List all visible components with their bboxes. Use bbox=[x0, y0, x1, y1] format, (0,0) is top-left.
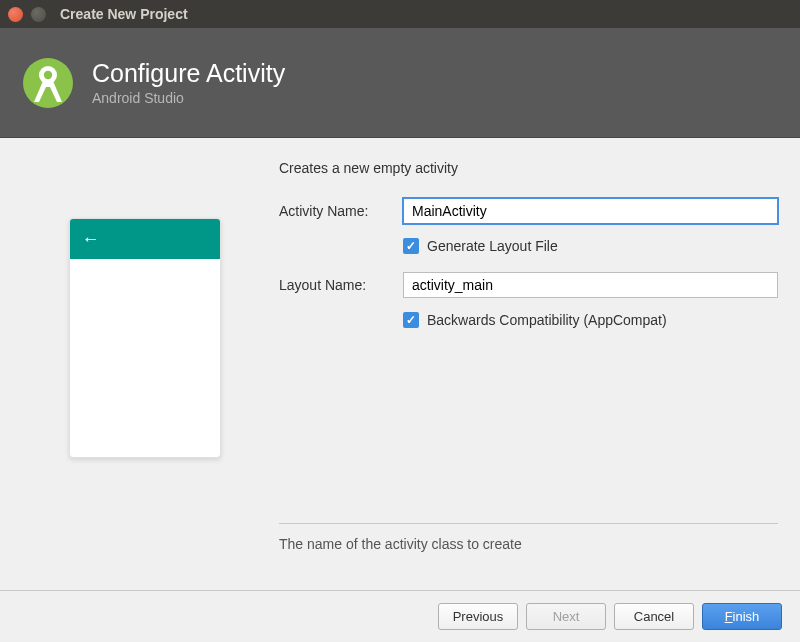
cancel-button[interactable]: Cancel bbox=[614, 603, 694, 630]
previous-button[interactable]: Previous bbox=[438, 603, 518, 630]
phone-appbar: ← bbox=[70, 219, 220, 259]
titlebar: Create New Project bbox=[0, 0, 800, 28]
footer: Previous Next Cancel Finish bbox=[0, 590, 800, 642]
svg-point-2 bbox=[44, 70, 52, 78]
backwards-compat-label: Backwards Compatibility (AppCompat) bbox=[427, 312, 667, 328]
header: Configure Activity Android Studio bbox=[0, 28, 800, 138]
activity-name-input[interactable] bbox=[403, 198, 778, 224]
preview-pane: ← bbox=[22, 160, 267, 562]
android-studio-logo-icon bbox=[22, 57, 74, 109]
generate-layout-checkbox[interactable]: ✓ bbox=[403, 238, 419, 254]
finish-button[interactable]: Finish bbox=[702, 603, 782, 630]
minimize-icon[interactable] bbox=[31, 7, 46, 22]
layout-name-input[interactable] bbox=[403, 272, 778, 298]
close-icon[interactable] bbox=[8, 7, 23, 22]
layout-name-label: Layout Name: bbox=[279, 277, 403, 293]
generate-layout-label: Generate Layout File bbox=[427, 238, 558, 254]
activity-name-label: Activity Name: bbox=[279, 203, 403, 219]
hint-text: The name of the activity class to create bbox=[279, 523, 778, 552]
form-description: Creates a new empty activity bbox=[279, 160, 778, 176]
window-title: Create New Project bbox=[60, 6, 188, 22]
back-arrow-icon: ← bbox=[82, 229, 100, 250]
page-subtitle: Android Studio bbox=[92, 90, 285, 106]
phone-preview: ← bbox=[69, 218, 221, 458]
finish-button-rest: inish bbox=[733, 609, 760, 624]
next-button: Next bbox=[526, 603, 606, 630]
backwards-compat-checkbox[interactable]: ✓ bbox=[403, 312, 419, 328]
page-title: Configure Activity bbox=[92, 59, 285, 88]
